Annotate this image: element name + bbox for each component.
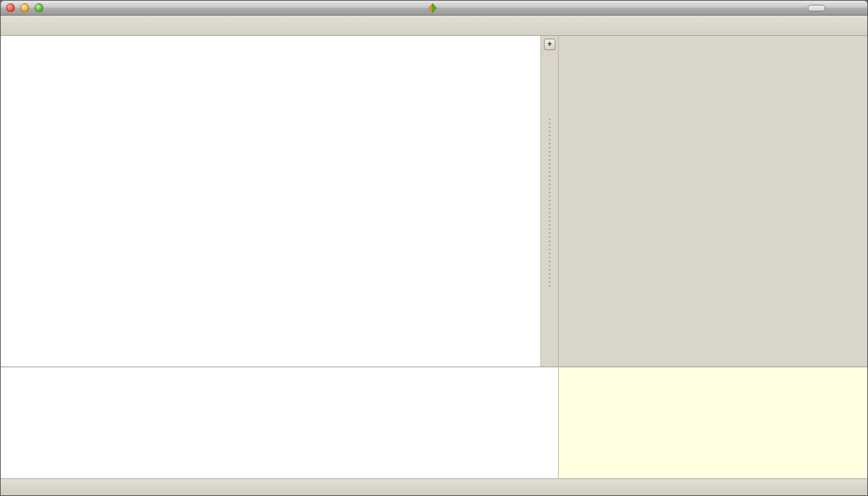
- window-title: [428, 3, 441, 13]
- match-logo-icon: [428, 3, 437, 13]
- title-bar[interactable]: [1, 1, 867, 16]
- minimize-window-button[interactable]: [20, 3, 29, 12]
- splitter-grip[interactable]: [548, 117, 551, 287]
- toolbar-toggle-lozenge[interactable]: [808, 5, 825, 12]
- matched-phases-pane: [559, 367, 867, 478]
- diffraction-plot[interactable]: [1, 36, 540, 367]
- candidate-list-pane: [1, 367, 558, 478]
- main-toolbar: [1, 16, 867, 36]
- vertical-splitter[interactable]: +: [540, 36, 558, 367]
- zoom-window-button[interactable]: [35, 3, 43, 12]
- composition-panel: [559, 36, 867, 367]
- zoom-in-button[interactable]: +: [544, 39, 555, 50]
- status-bar: [1, 478, 867, 496]
- pattern-graphics-pane: +: [1, 36, 558, 367]
- close-window-button[interactable]: [6, 3, 15, 12]
- match-window: +: [0, 0, 868, 496]
